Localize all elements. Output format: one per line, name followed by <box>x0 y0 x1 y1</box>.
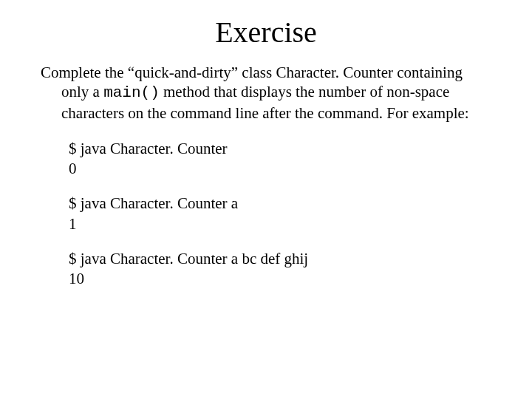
example-2-command: $ java Character. Counter a <box>69 194 491 214</box>
instruction-paragraph: Complete the “quick-and-dirty” class Cha… <box>41 63 491 123</box>
example-1-command: $ java Character. Counter <box>69 139 491 159</box>
example-1-output: 0 <box>69 159 491 179</box>
example-3: $ java Character. Counter a bc def ghij … <box>41 249 491 290</box>
example-2: $ java Character. Counter a 1 <box>41 194 491 234</box>
example-3-output: 10 <box>69 269 491 289</box>
slide-title: Exercise <box>41 15 491 50</box>
example-2-output: 1 <box>69 214 491 234</box>
example-3-command: $ java Character. Counter a bc def ghij <box>69 249 491 269</box>
slide: Exercise Complete the “quick-and-dirty” … <box>0 0 532 399</box>
example-1: $ java Character. Counter 0 <box>41 139 491 180</box>
code-main: main() <box>103 84 160 101</box>
